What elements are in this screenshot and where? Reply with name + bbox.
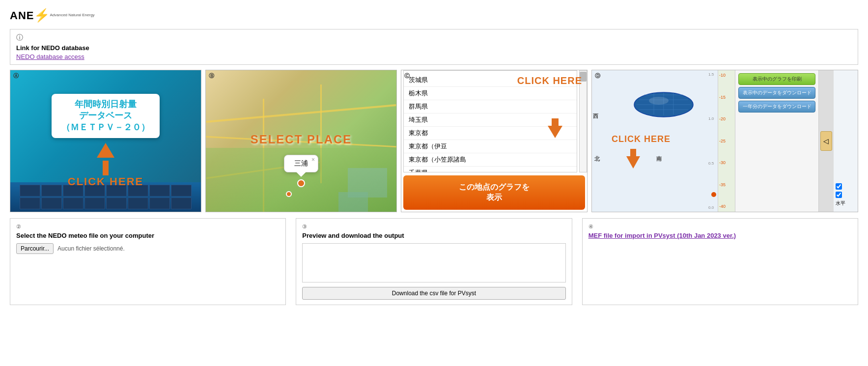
- solar-cell: [41, 185, 62, 197]
- panel-a-background: 年間時別日射量 データベース （ＭＥＴＰＶ－２０） CLICK HERE: [10, 70, 201, 212]
- section2-number: ②: [16, 224, 280, 230]
- panel-c[interactable]: Ⓒ 茨城県 栃木県 群馬県 埼玉県 東京都 東京都（伊豆 東京都（小笠原諸島 千…: [401, 70, 588, 212]
- popup-close-icon[interactable]: ×: [311, 156, 315, 163]
- panel-d-checkboxes: 水平: [833, 70, 858, 212]
- checkbox-row-2: [836, 192, 856, 198]
- solar-cell: [149, 197, 170, 209]
- solar-cell: [128, 197, 148, 209]
- checkbox-1[interactable]: [836, 183, 842, 190]
- nav-arrow-button[interactable]: ◁: [820, 131, 832, 151]
- bottom-row: ② Select the NEDO meteo file on your com…: [10, 218, 858, 305]
- solar-cell: [171, 197, 192, 209]
- panel-a[interactable]: Ⓐ 年間時別日射量 データベース （ＭＥＴＰＶ－２０） CLICK HERE: [10, 70, 201, 212]
- panel-b[interactable]: Ⓑ SELECT PLACE × 三浦: [205, 70, 397, 212]
- info-title: Link for NEDO database: [16, 44, 852, 52]
- panel-d-buttons: 表示中のグラフを印刷 表示中のデータをダウンロード 一年分のデータをダウンロード: [735, 70, 818, 212]
- select-place-text: SELECT PLACE: [251, 133, 352, 146]
- panel-c-inner: 茨城県 栃木県 群馬県 埼玉県 東京都 東京都（伊豆 東京都（小笠原諸島 千葉県…: [401, 70, 587, 172]
- panel-c-click-here: CLICK HERE: [517, 75, 582, 86]
- file-input-row: Parcourir... Aucun fichier sélectionné.: [16, 243, 280, 254]
- prefecture-item-gunma[interactable]: 群馬県: [404, 100, 577, 113]
- show-graph-button[interactable]: この地点のグラフを 表示: [403, 175, 585, 210]
- arrow-down-c-icon: [548, 118, 562, 138]
- arrow-body: [103, 161, 109, 175]
- svg-marker-10: [626, 149, 640, 169]
- panel-c-label: Ⓒ: [404, 72, 410, 80]
- arrow-down-d-icon: [626, 149, 640, 170]
- solar-cell: [20, 185, 40, 197]
- panel-a-card: 年間時別日射量 データベース （ＭＥＴＰＶ－２０）: [52, 94, 160, 138]
- solar-cell: [84, 197, 105, 209]
- graph-orange-dot: [711, 192, 716, 197]
- prefecture-item-tokyo-izu[interactable]: 東京都（伊豆: [404, 140, 577, 153]
- mef-link[interactable]: MEF file for import in PVsyst (10th Jan …: [588, 232, 736, 239]
- solar-cell: [63, 197, 84, 209]
- compass-north-label: 北: [594, 155, 600, 163]
- download-csv-button[interactable]: Download the csv file for PVsyst: [302, 287, 565, 300]
- graph-scale2: 1.5 1.0 0.5 0.0: [707, 70, 717, 212]
- panel-a-click-here[interactable]: CLICK HERE: [68, 175, 143, 188]
- solar-cell: [106, 197, 127, 209]
- panel-d-label: Ⓓ: [595, 72, 600, 80]
- panel-d-inner: 西 東 南 北: [592, 70, 858, 212]
- panels-row: Ⓐ 年間時別日射量 データベース （ＭＥＴＰＶ－２０） CLICK HERE: [10, 70, 858, 212]
- section-2: ② Select the NEDO meteo file on your com…: [10, 218, 286, 305]
- svg-marker-0: [548, 118, 562, 138]
- graph-area: 西 東 南 北: [592, 70, 735, 212]
- popup-place-name: 三浦: [294, 159, 308, 167]
- solar-cells-grid: [20, 185, 191, 209]
- panel-a-label: Ⓐ: [13, 72, 19, 80]
- nedo-database-link[interactable]: NEDO database access: [16, 53, 84, 60]
- prefecture-item-chiba[interactable]: 千葉県: [404, 167, 577, 172]
- map-pin-icon: [297, 179, 305, 187]
- map-popup: × 三浦: [284, 155, 318, 172]
- logo: ANE ⚡ Advanced Natural Energy: [10, 8, 95, 23]
- graph-scale: -10 -15 -20 -25 -30 -35 -40: [718, 70, 735, 212]
- section-3: ③ Preview and download the output Downlo…: [296, 218, 572, 305]
- preview-textarea[interactable]: [302, 243, 565, 282]
- panel-d-click-here: CLICK HERE: [612, 134, 671, 144]
- solar-panel-graphic: [629, 85, 698, 124]
- checkbox-label: 水平: [836, 200, 856, 207]
- logo-subtitle: Advanced Natural Energy: [50, 13, 94, 17]
- map-area[interactable]: SELECT PLACE × 三浦: [206, 70, 396, 212]
- arrow-up-icon: [97, 143, 114, 158]
- section4-number: ④: [588, 224, 852, 230]
- section3-number: ③: [302, 224, 565, 230]
- info-icon: ⓘ: [16, 33, 852, 42]
- panel-d-nav: ◁: [818, 70, 833, 212]
- prefecture-item-tochigi[interactable]: 栃木県: [404, 87, 577, 100]
- print-graph-button[interactable]: 表示中のグラフを印刷: [738, 73, 815, 85]
- info-section: ⓘ Link for NEDO database NEDO database a…: [10, 29, 858, 65]
- panel-b-label: Ⓑ: [209, 72, 214, 80]
- prefecture-item-tokyo-ogasawara[interactable]: 東京都（小笠原諸島: [404, 153, 577, 167]
- page-wrapper: ANE ⚡ Advanced Natural Energy ⓘ Link for…: [0, 0, 868, 366]
- svg-point-9: [649, 97, 669, 105]
- logo-text: ANE: [10, 9, 34, 22]
- download-data-button[interactable]: 表示中のデータをダウンロード: [738, 87, 815, 99]
- solar-cell: [20, 197, 40, 209]
- no-file-text: Aucun fichier sélectionné.: [57, 245, 125, 252]
- header: ANE ⚡ Advanced Natural Energy: [10, 5, 858, 25]
- logo-bolt-icon: ⚡: [34, 8, 50, 23]
- checkbox-2[interactable]: [836, 192, 842, 198]
- section3-title: Preview and download the output: [302, 232, 565, 239]
- solar-cell: [171, 185, 192, 197]
- browse-button[interactable]: Parcourir...: [16, 243, 54, 254]
- compass-west-label: 西: [593, 113, 598, 120]
- section-4: ④ MEF file for import in PVsyst (10th Ja…: [582, 218, 858, 305]
- section2-title: Select the NEDO meteo file on your compu…: [16, 232, 280, 239]
- checkbox-row-1: [836, 183, 856, 190]
- solar-cell: [41, 197, 62, 209]
- map-pin2-icon: [286, 191, 292, 197]
- solar-cell: [149, 185, 170, 197]
- panel-d: Ⓓ 西 東 南 北: [591, 70, 858, 212]
- compass-south-label: 南: [656, 155, 662, 163]
- download-year-button[interactable]: 一年分のデータをダウンロード: [738, 101, 815, 113]
- panel-a-card-title: 年間時別日射量 データベース （ＭＥＴＰＶ－２０）: [61, 99, 150, 133]
